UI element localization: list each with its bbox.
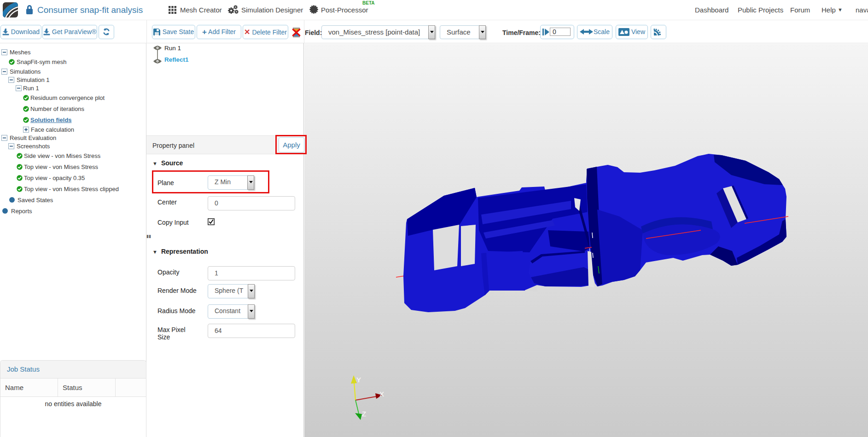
- svg-text:Y: Y: [356, 376, 361, 384]
- svg-text:X: X: [379, 390, 384, 398]
- svg-text:Z: Z: [362, 410, 366, 418]
